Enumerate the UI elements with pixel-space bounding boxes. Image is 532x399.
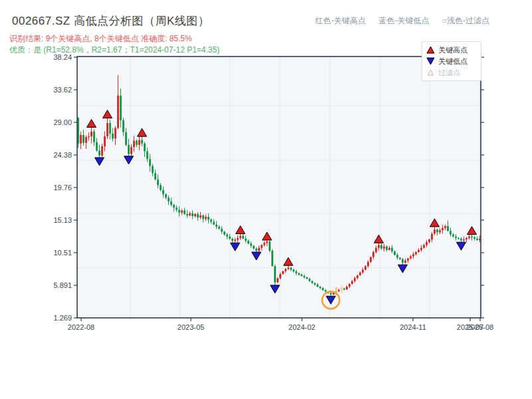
candle-body [452, 235, 454, 237]
candle-body [152, 166, 154, 174]
candle-body [338, 290, 340, 291]
legend-item-key-low: 关键低点 [426, 57, 477, 65]
candle-body [367, 262, 369, 266]
candle-body [130, 147, 132, 154]
candle-body [399, 258, 401, 259]
candle-body [287, 267, 289, 269]
candle-body [346, 287, 348, 289]
x-tick-label: 2024-02 [289, 323, 315, 331]
candle-body [253, 246, 255, 249]
candle-body [468, 237, 470, 238]
y-tick-label: 19.76 [53, 184, 72, 192]
candle-body [138, 140, 140, 144]
candle-body [192, 213, 194, 216]
candle-body [125, 132, 127, 145]
candle-body [370, 257, 372, 261]
candle-body [309, 279, 311, 281]
candle-body [388, 248, 390, 250]
candle-body [210, 219, 212, 221]
candle-body [444, 226, 446, 228]
candle-body [290, 267, 292, 269]
candle-body [178, 209, 180, 212]
candle-body [330, 293, 332, 295]
candle-body [285, 269, 287, 271]
chart-legend: 关键高点 关键低点 过滤点 [422, 41, 481, 81]
candle-body [418, 250, 420, 252]
candle-body [120, 96, 122, 120]
candle-body [458, 238, 460, 239]
candle-body [436, 229, 438, 232]
candle-body [319, 287, 321, 288]
candle-body [90, 132, 92, 136]
candle-body [229, 237, 231, 239]
legend-item-filtered: 过滤点 [426, 68, 477, 76]
candle-body [303, 276, 305, 277]
candle-body [463, 239, 465, 241]
candle-body [197, 214, 199, 217]
candle-body [402, 259, 404, 263]
candle-body [476, 239, 478, 240]
key-high-triangle-icon [426, 46, 435, 54]
candle-body [378, 245, 380, 247]
candle-body [165, 194, 167, 198]
candle-body [269, 241, 271, 251]
candle-body [271, 251, 273, 266]
candle-body [351, 281, 353, 284]
candle-body [325, 290, 327, 291]
candle-body [394, 251, 396, 255]
candle-body [460, 239, 462, 241]
y-tick-label: 5.891 [53, 281, 72, 289]
candle-body [434, 229, 436, 233]
candle-body [354, 278, 356, 281]
y-tick-label: 1.269 [53, 314, 72, 322]
candle-body [221, 229, 223, 231]
candle-body [146, 151, 148, 159]
candle-body [181, 211, 183, 213]
candle-body [106, 123, 108, 136]
candle-body [101, 146, 103, 156]
candle-body [234, 240, 236, 241]
candle-body [173, 205, 175, 207]
candle-body [215, 225, 217, 227]
candle-body [447, 226, 449, 231]
legend-item-key-high: 关键高点 [426, 46, 477, 54]
candle-body [407, 259, 409, 261]
filtered-point-marker [340, 285, 342, 293]
candle-body [317, 285, 319, 287]
candle-body [362, 270, 364, 273]
key-low-triangle-icon [426, 57, 435, 65]
candle-body [450, 231, 452, 234]
candle-body [82, 135, 84, 143]
candle-body [128, 145, 130, 154]
candle-body [144, 144, 146, 152]
y-tick-label: 29.00 [53, 118, 72, 126]
x-tick-label: 2022-08 [68, 323, 94, 331]
candle-body [226, 235, 228, 237]
candle-body [223, 231, 225, 234]
candle-body [154, 173, 156, 180]
candle-body [311, 281, 313, 283]
candle-body [202, 215, 204, 219]
candle-body [466, 238, 467, 239]
candle-body [231, 239, 233, 241]
candle-body [255, 249, 257, 251]
candle-body [439, 230, 441, 232]
candle-body [98, 150, 100, 155]
candle-body [277, 278, 279, 282]
candle-body [96, 142, 98, 151]
candle-body [386, 247, 388, 250]
candle-body [396, 255, 398, 257]
candle-body [184, 211, 186, 214]
candle-body [160, 185, 162, 190]
candle-body [250, 243, 252, 245]
candle-body [245, 239, 247, 241]
y-tick-label: 24.38 [53, 151, 72, 159]
candle-body [141, 140, 143, 143]
candle-body [343, 289, 345, 290]
candle-body [423, 245, 425, 247]
candle-body [348, 284, 350, 287]
candle-body [455, 237, 457, 238]
candle-body [117, 96, 119, 128]
candle-body [122, 120, 124, 132]
legend-filtered-label: 过滤点 [438, 68, 460, 76]
